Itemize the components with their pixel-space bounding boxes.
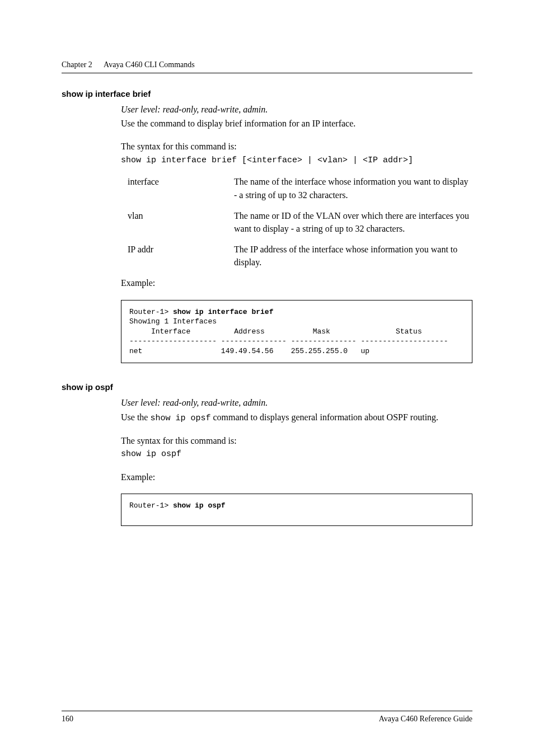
def-term: interface: [128, 175, 234, 188]
example2-prompt: Router-1>: [129, 501, 173, 510]
def-desc: The name or ID of the VLAN over which th…: [234, 209, 472, 235]
section1-syntax-cmd: show ip interface brief [<interface> | <…: [121, 154, 472, 167]
section1-syntax-label: The syntax for this command is:: [121, 140, 472, 153]
section1-defs: interface The name of the interface whos…: [128, 175, 472, 269]
section1-body: User level: read-only, read-write, admin…: [121, 103, 472, 363]
doc-title: Avaya C460 Reference Guide: [379, 715, 472, 724]
chapter-title: Avaya C460 CLI Commands: [104, 60, 195, 69]
def-row: interface The name of the interface whos…: [128, 175, 472, 201]
section2-syntax-label: The syntax for this command is:: [121, 434, 472, 447]
example-line1: Showing 1 Interfaces: [129, 317, 217, 326]
section2-body: User level: read-only, read-write, admin…: [121, 396, 472, 526]
example-prompt: Router-1>: [129, 308, 173, 316]
def-desc: The IP address of the interface whose in…: [234, 243, 472, 269]
footer: 160 Avaya C460 Reference Guide: [62, 711, 472, 724]
section2-title: show ip ospf: [62, 382, 472, 392]
section1-use-pre: Use the: [121, 119, 150, 128]
section2-user-level: User level: read-only, read-write, admin…: [121, 396, 472, 409]
footer-rule: [62, 711, 472, 711]
example-line3: -------------------- --------------- ---…: [129, 337, 448, 345]
chapter-label: Chapter 2: [62, 60, 92, 69]
example-line2: Interface Address Mask Status: [129, 327, 422, 336]
section2-syntax-cmd: show ip ospf: [121, 448, 472, 461]
section1-title: show ip interface brief: [62, 89, 472, 98]
page: Chapter 2 Avaya C460 CLI Commands show i…: [0, 0, 534, 756]
footer-row: 160 Avaya C460 Reference Guide: [62, 715, 472, 724]
section2-use-mono: show ip opsf: [150, 414, 210, 423]
def-term: vlan: [128, 209, 234, 222]
running-head: Chapter 2 Avaya C460 CLI Commands: [62, 60, 472, 69]
def-row: vlan The name or ID of the VLAN over whi…: [128, 209, 472, 235]
example2-cmd: show ip ospf: [173, 501, 226, 510]
example-line4: net 149.49.54.56 255.255.255.0 up: [129, 347, 369, 355]
def-term: IP addr: [128, 243, 234, 256]
section1-use-post: command to display brief information for…: [150, 119, 355, 128]
section2-use: Use the show ip opsf command to displays…: [121, 411, 472, 425]
section2-example-label: Example:: [121, 471, 472, 483]
section1-example-label: Example:: [121, 276, 472, 289]
page-number: 160: [62, 715, 73, 724]
header-rule: [62, 73, 472, 73]
section2-example-box: Router-1> show ip ospf: [121, 494, 472, 526]
def-row: IP addr The IP address of the interface …: [128, 243, 472, 269]
example-cmd: show ip interface brief: [173, 308, 273, 316]
section1-user-level: User level: read-only, read-write, admin…: [121, 103, 472, 116]
def-desc: The name of the interface whose informat…: [234, 175, 472, 201]
section1-example-box: Router-1> show ip interface brief Showin…: [121, 300, 472, 364]
section2-use-post: command to displays general information …: [210, 412, 438, 422]
section2-use-pre: Use the: [121, 412, 150, 422]
section1-use: Use the command to display brief informa…: [121, 117, 472, 130]
